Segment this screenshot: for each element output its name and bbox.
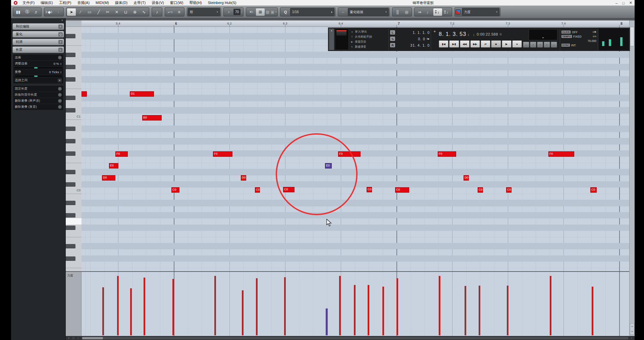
black-key[interactable] bbox=[66, 139, 75, 143]
menu-item[interactable]: 文件(F) bbox=[19, 1, 38, 5]
step-input-button[interactable]: ⣿ bbox=[393, 8, 402, 16]
step-mode-button[interactable]: ♩ bbox=[424, 8, 433, 16]
part-selector-dropdown[interactable]: 鼓▾ bbox=[188, 8, 220, 16]
mute-tool[interactable]: ✕ bbox=[112, 8, 121, 16]
velocity-bar[interactable] bbox=[339, 276, 341, 335]
click-row[interactable]: CLICK OFF II✱ bbox=[561, 30, 596, 34]
vertical-scrollbar-handle[interactable] bbox=[630, 27, 634, 46]
timeline-ruler[interactable]: 5.466.26.36.477.27.37.48 bbox=[82, 20, 630, 27]
velocity-bar[interactable] bbox=[354, 285, 356, 335]
velocity-bar[interactable] bbox=[368, 285, 369, 335]
midi-note[interactable]: F0 bbox=[338, 151, 361, 157]
maximize-button[interactable]: □ bbox=[622, 1, 625, 5]
velocity-bar[interactable] bbox=[117, 276, 119, 335]
midi-note[interactable]: B0 bbox=[142, 115, 162, 120]
velocity-bar[interactable] bbox=[284, 277, 286, 335]
minimize-button[interactable]: – bbox=[615, 1, 618, 5]
midi-note[interactable]: F0 bbox=[438, 151, 456, 157]
velocity-bar[interactable] bbox=[144, 278, 145, 335]
black-key[interactable] bbox=[66, 127, 75, 131]
slider-handle[interactable] bbox=[34, 67, 38, 68]
slider-handle[interactable] bbox=[34, 76, 38, 77]
right-locator-value[interactable]: 31. 4. 1. 0 bbox=[396, 43, 430, 47]
midi-note[interactable]: C0 bbox=[395, 187, 409, 193]
controller-lane-header[interactable]: 力度 bbox=[66, 271, 82, 336]
rewind-button[interactable]: ◀◀ bbox=[460, 40, 470, 48]
inspector-section-≡[interactable]: 和弦编辑≡ bbox=[12, 23, 64, 30]
midi-note[interactable]: C0 bbox=[478, 187, 483, 193]
adjust-legato-row[interactable]: 调整连奏 0 % ▲▼ bbox=[13, 61, 63, 67]
step-mode-button[interactable]: ⇒ bbox=[415, 8, 424, 16]
punch-flag-icon[interactable]: II▶ bbox=[427, 38, 430, 40]
apply-icon[interactable]: › bbox=[58, 105, 62, 109]
midi-note[interactable]: F0 bbox=[213, 151, 232, 157]
window-layout-button[interactable]: ▮▮ bbox=[14, 8, 22, 16]
velocity-bar[interactable] bbox=[130, 288, 132, 335]
velocity-bar[interactable] bbox=[479, 286, 480, 335]
menu-item[interactable]: 媒体(D) bbox=[112, 1, 130, 5]
record-button[interactable]: ● bbox=[512, 40, 522, 48]
acoustic-feedback-button[interactable]: ♪ bbox=[153, 8, 161, 16]
midi-note[interactable]: D0 bbox=[241, 175, 246, 181]
play-button[interactable]: ▶ bbox=[502, 40, 512, 48]
acoustic-pitch-button[interactable]: ♬ bbox=[32, 8, 41, 16]
step-mode-button[interactable]: ↥♩ bbox=[442, 8, 451, 16]
pin-icon[interactable]: + bbox=[67, 337, 71, 340]
midi-note[interactable]: D0 bbox=[464, 175, 469, 181]
cycle-button[interactable]: ⇄ bbox=[481, 40, 490, 48]
midi-note[interactable]: C0 bbox=[590, 187, 597, 193]
menu-item[interactable]: 帮助(H) bbox=[186, 1, 205, 5]
velocity-bar[interactable] bbox=[396, 278, 398, 335]
menu-item[interactable]: 设备(V) bbox=[149, 1, 167, 5]
between-selection-dropdown[interactable]: 选择之间 ▼ bbox=[13, 78, 63, 84]
midi-note[interactable]: C0 bbox=[171, 187, 179, 193]
length-action-row[interactable]: 固定长度› bbox=[13, 86, 63, 92]
apply-icon[interactable]: › bbox=[58, 93, 62, 97]
nudge-button[interactable]: ▷ bbox=[544, 42, 550, 48]
nudge-button[interactable]: ↔ bbox=[551, 42, 557, 48]
overlap-row[interactable]: 重叠 0 Ticks ▲▼ bbox=[13, 69, 63, 75]
midi-note[interactable]: F0 bbox=[115, 151, 128, 157]
velocity-bar[interactable] bbox=[256, 278, 258, 335]
inspector-header[interactable]: ▼ bbox=[11, 18, 65, 22]
autoscroll-options-button[interactable]: · bbox=[54, 8, 63, 16]
length-action-row[interactable]: 踏板到音符长度› bbox=[13, 92, 63, 98]
velocity-bar[interactable] bbox=[242, 290, 244, 335]
menu-item[interactable]: 走带(T) bbox=[130, 1, 149, 5]
midi-note[interactable]: D1 bbox=[130, 91, 154, 97]
piano-keyboard[interactable]: C1C0 bbox=[66, 27, 82, 271]
quantize-preset-dropdown[interactable]: 1/16◑ bbox=[290, 8, 334, 16]
horizontal-scrollbar[interactable] bbox=[82, 337, 628, 339]
part-icon[interactable]: □ bbox=[71, 337, 75, 340]
velocity-lane[interactable] bbox=[82, 271, 630, 336]
velocity-stepper[interactable]: ▲▼ bbox=[241, 11, 243, 13]
black-key[interactable] bbox=[66, 256, 75, 261]
midi-note[interactable]: C0 bbox=[255, 187, 260, 193]
inspector-section-t[interactable]: 转调T bbox=[12, 39, 64, 45]
stepper-icon[interactable]: ▲▼ bbox=[60, 62, 62, 65]
right-locator-row[interactable]: R 31. 4. 1. 0 bbox=[390, 42, 430, 48]
velocity-bar[interactable] bbox=[592, 287, 593, 335]
black-key[interactable] bbox=[66, 108, 75, 112]
apply-icon[interactable]: › bbox=[58, 56, 62, 59]
line-tool[interactable]: ╱ bbox=[94, 8, 103, 16]
black-key[interactable] bbox=[66, 77, 75, 82]
midi-note[interactable]: F0 bbox=[548, 151, 574, 157]
show-grid-button[interactable]: ⊞ bbox=[256, 8, 265, 16]
menu-item[interactable]: 窗口(W) bbox=[167, 1, 186, 5]
grid-extra-buttons[interactable]: ▦ ▣ bbox=[265, 8, 275, 16]
close-button[interactable]: ✕ bbox=[629, 1, 632, 5]
go-to-end-button[interactable]: ▶▮ bbox=[449, 40, 459, 48]
add-track-toggle[interactable]: + bbox=[431, 29, 438, 50]
stepper-icon[interactable]: ▲▼ bbox=[60, 71, 62, 74]
time-signature[interactable]: 4/4 bbox=[593, 35, 596, 38]
menu-item[interactable]: 编辑(E) bbox=[38, 1, 56, 5]
left-locator-icon[interactable]: L bbox=[390, 30, 395, 35]
solo-button[interactable]: Ⓢ bbox=[23, 8, 32, 16]
insert-velocity-field[interactable]: 70 bbox=[233, 9, 240, 15]
note-grid[interactable]: D1B0F0E0D0C0F0D0C0C0E0F0C0C0F0D0C0C0F0C0 bbox=[82, 27, 630, 271]
erase-tool[interactable]: ▭ bbox=[85, 8, 94, 16]
menu-item[interactable]: MIDI(M) bbox=[93, 1, 112, 5]
black-key[interactable] bbox=[66, 151, 75, 156]
velocity-bar[interactable] bbox=[326, 308, 328, 335]
